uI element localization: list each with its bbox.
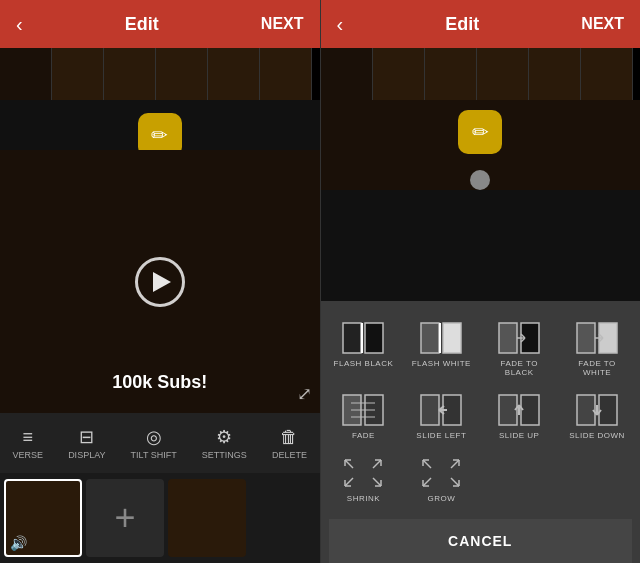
transition-overlay: FLASH BLACK FLASH WHITE <box>321 301 641 563</box>
svg-rect-31 <box>577 395 595 425</box>
display-icon: ⊟ <box>79 426 94 448</box>
add-icon: + <box>114 497 135 539</box>
toolbar-label-settings: SETTINGS <box>202 450 247 460</box>
transition-shrink[interactable]: SHRINK <box>329 452 399 507</box>
fade-to-black-label: FADE TO BLACK <box>486 359 552 377</box>
svg-rect-27 <box>521 395 539 425</box>
filmstrip-thumb-1 <box>0 48 52 100</box>
left-video-area[interactable]: 100k Subs! ⤢ <box>0 150 320 413</box>
clip-strip: 🔊 + <box>0 473 320 563</box>
reverse-icon: ≡ <box>23 427 34 448</box>
cancel-button[interactable]: CANCEL <box>329 519 633 563</box>
right-filmstrip-thumb-5 <box>529 48 581 100</box>
transition-slide-down[interactable]: SLIDE DOWN <box>562 389 632 444</box>
transition-fade-to-black[interactable]: FADE TO BLACK <box>484 317 554 381</box>
right-filmstrip-thumb-4 <box>477 48 529 100</box>
right-pencil-icon: ✏ <box>472 120 489 144</box>
left-panel: ‹ Edit NEXT ✏ 100k Subs! ⤢ ≡ VERSE ⊟ DIS… <box>0 0 320 563</box>
delete-icon: 🗑 <box>280 427 298 448</box>
right-filmstrip-thumb-1 <box>321 48 373 100</box>
right-video-area: ✏ <box>321 100 641 190</box>
slide-up-label: SLIDE UP <box>499 431 539 440</box>
toolbar-item-display[interactable]: ⊟ DISPLAY <box>68 426 105 460</box>
right-filmstrip-thumb-3 <box>425 48 477 100</box>
right-filmstrip-thumb-2 <box>373 48 425 100</box>
filmstrip-thumb-6 <box>260 48 312 100</box>
right-panel: ‹ Edit NEXT ✏ <box>321 0 641 563</box>
left-toolbar: ≡ VERSE ⊟ DISPLAY ◎ TILT SHIFT ⚙ SETTING… <box>0 413 320 473</box>
svg-rect-1 <box>365 323 383 353</box>
fade-to-white-label: FADE TO WHITE <box>564 359 630 377</box>
toolbar-item-delete[interactable]: 🗑 DELETE <box>272 427 307 460</box>
left-edit-badge-area: ✏ <box>0 100 320 150</box>
toolbar-label-reverse: VERSE <box>13 450 44 460</box>
transition-fade-to-white[interactable]: FADE TO WHITE <box>562 317 632 381</box>
left-title: Edit <box>125 14 159 35</box>
svg-line-54 <box>423 478 431 486</box>
filmstrip-thumb-3 <box>104 48 156 100</box>
svg-rect-26 <box>499 395 517 425</box>
slide-down-label: SLIDE DOWN <box>569 431 625 440</box>
transition-flash-black[interactable]: FLASH BLACK <box>329 317 399 381</box>
slide-up-icon <box>497 393 541 427</box>
svg-rect-0 <box>343 323 361 353</box>
transition-grow[interactable]: GROW <box>406 452 476 507</box>
clip-item-1[interactable]: 🔊 <box>4 479 82 557</box>
right-next-button[interactable]: NEXT <box>581 15 624 33</box>
svg-line-48 <box>423 460 431 468</box>
svg-rect-11 <box>577 323 595 353</box>
tiltshift-icon: ◎ <box>146 426 162 448</box>
clip-item-empty-1[interactable] <box>168 479 246 557</box>
filmstrip-thumb-5 <box>208 48 260 100</box>
svg-line-39 <box>373 460 381 468</box>
transition-fade[interactable]: FADE <box>329 389 399 444</box>
slide-left-label: SLIDE LEFT <box>416 431 466 440</box>
toolbar-item-settings[interactable]: ⚙ SETTINGS <box>202 426 247 460</box>
svg-line-36 <box>345 460 353 468</box>
right-filmstrip <box>321 48 641 100</box>
filmstrip-thumb-2 <box>52 48 104 100</box>
left-filmstrip <box>0 48 320 100</box>
toolbar-label-delete: DELETE <box>272 450 307 460</box>
clip-add-button[interactable]: + <box>86 479 164 557</box>
flash-white-label: FLASH WHITE <box>412 359 471 368</box>
svg-rect-32 <box>599 395 617 425</box>
grow-icon <box>419 456 463 490</box>
left-header: ‹ Edit NEXT <box>0 0 320 48</box>
fade-to-black-icon <box>497 321 541 355</box>
svg-line-57 <box>451 478 459 486</box>
shrink-icon <box>341 456 385 490</box>
svg-rect-6 <box>499 323 517 353</box>
play-triangle-icon <box>153 272 171 292</box>
expand-icon[interactable]: ⤢ <box>297 383 312 405</box>
toolbar-item-reverse[interactable]: ≡ VERSE <box>13 427 44 460</box>
svg-rect-21 <box>421 395 439 425</box>
right-back-button[interactable]: ‹ <box>337 13 344 36</box>
svg-rect-3 <box>421 323 439 353</box>
transition-grid: FLASH BLACK FLASH WHITE <box>329 317 633 507</box>
flash-white-icon <box>419 321 463 355</box>
transition-slide-left[interactable]: SLIDE LEFT <box>406 389 476 444</box>
svg-line-42 <box>345 478 353 486</box>
fade-label: FADE <box>352 431 375 440</box>
flash-black-label: FLASH BLACK <box>334 359 394 368</box>
right-edit-badge[interactable]: ✏ <box>458 110 502 154</box>
right-title: Edit <box>445 14 479 35</box>
flash-black-icon <box>341 321 385 355</box>
transition-flash-white[interactable]: FLASH WHITE <box>406 317 476 381</box>
transition-slide-up[interactable]: SLIDE UP <box>484 389 554 444</box>
toolbar-item-tiltshift[interactable]: ◎ TILT SHIFT <box>131 426 177 460</box>
left-back-button[interactable]: ‹ <box>16 13 23 36</box>
svg-line-51 <box>451 460 459 468</box>
left-next-button[interactable]: NEXT <box>261 15 304 33</box>
svg-rect-4 <box>443 323 461 353</box>
slide-left-icon <box>419 393 463 427</box>
toolbar-label-display: DISPLAY <box>68 450 105 460</box>
fade-to-white-icon <box>575 321 619 355</box>
shrink-label: SHRINK <box>347 494 380 503</box>
right-filmstrip-thumb-6 <box>581 48 633 100</box>
grow-label: GROW <box>427 494 455 503</box>
toolbar-label-tiltshift: TILT SHIFT <box>131 450 177 460</box>
play-button[interactable] <box>135 257 185 307</box>
volume-icon: 🔊 <box>10 535 27 551</box>
